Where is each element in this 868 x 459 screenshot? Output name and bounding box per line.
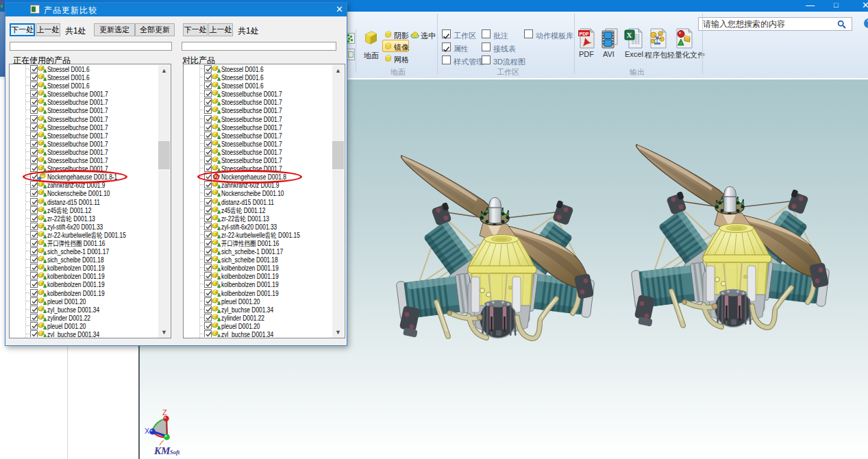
svg-text:PDF: PDF	[580, 32, 590, 36]
svg-text:X: X	[627, 31, 632, 39]
